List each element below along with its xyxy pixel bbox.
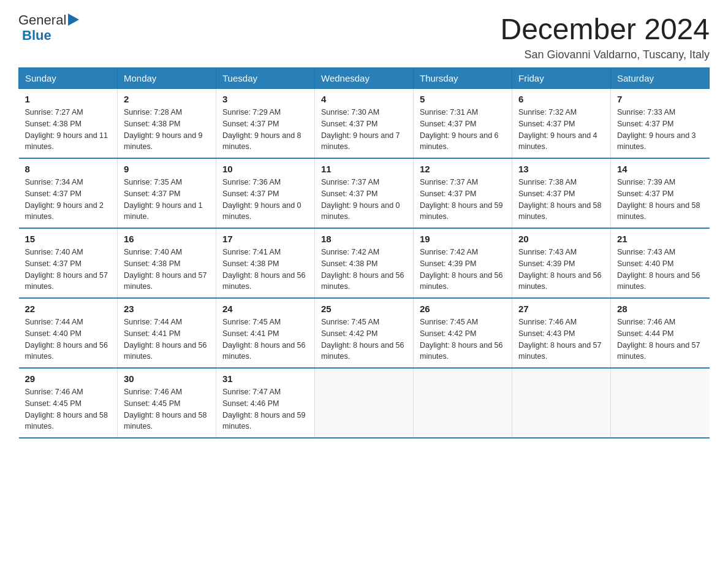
day-number: 2	[124, 94, 210, 104]
day-number: 7	[617, 94, 703, 104]
day-info: Sunrise: 7:46 AM Sunset: 4:43 PM Dayligh…	[518, 316, 604, 362]
calendar-cell: 2 Sunrise: 7:28 AM Sunset: 4:38 PM Dayli…	[118, 89, 216, 159]
calendar-cell: 7 Sunrise: 7:33 AM Sunset: 4:37 PM Dayli…	[611, 89, 710, 159]
calendar-cell	[512, 368, 611, 438]
calendar-cell	[414, 368, 512, 438]
calendar-cell: 31 Sunrise: 7:47 AM Sunset: 4:46 PM Dayl…	[216, 368, 315, 438]
day-info: Sunrise: 7:35 AM Sunset: 4:37 PM Dayligh…	[124, 177, 210, 223]
day-info: Sunrise: 7:34 AM Sunset: 4:37 PM Dayligh…	[25, 177, 112, 223]
day-info: Sunrise: 7:46 AM Sunset: 4:44 PM Dayligh…	[617, 316, 703, 362]
calendar-cell: 18 Sunrise: 7:42 AM Sunset: 4:38 PM Dayl…	[315, 228, 414, 298]
calendar-table: SundayMondayTuesdayWednesdayThursdayFrid…	[18, 67, 710, 439]
calendar-cell: 30 Sunrise: 7:46 AM Sunset: 4:45 PM Dayl…	[118, 368, 216, 438]
day-info: Sunrise: 7:41 AM Sunset: 4:38 PM Dayligh…	[222, 247, 308, 293]
day-info: Sunrise: 7:45 AM Sunset: 4:41 PM Dayligh…	[222, 316, 308, 362]
calendar-week-row: 29 Sunrise: 7:46 AM Sunset: 4:45 PM Dayl…	[19, 368, 710, 438]
logo: General Blue	[18, 12, 79, 43]
calendar-cell: 17 Sunrise: 7:41 AM Sunset: 4:38 PM Dayl…	[216, 228, 315, 298]
logo-general-text: General	[18, 13, 66, 28]
day-info: Sunrise: 7:31 AM Sunset: 4:37 PM Dayligh…	[420, 107, 506, 153]
page-header: General Blue December 2024 San Giovanni …	[18, 12, 710, 61]
logo-blue-text: Blue	[22, 28, 51, 43]
calendar-cell: 23 Sunrise: 7:44 AM Sunset: 4:41 PM Dayl…	[118, 298, 216, 368]
day-info: Sunrise: 7:27 AM Sunset: 4:38 PM Dayligh…	[25, 107, 112, 153]
calendar-cell: 26 Sunrise: 7:45 AM Sunset: 4:42 PM Dayl…	[414, 298, 512, 368]
header-monday: Monday	[118, 68, 216, 89]
month-title: December 2024	[500, 12, 710, 46]
day-number: 25	[321, 304, 407, 314]
calendar-cell: 8 Sunrise: 7:34 AM Sunset: 4:37 PM Dayli…	[19, 158, 118, 228]
day-number: 15	[25, 234, 112, 244]
day-info: Sunrise: 7:46 AM Sunset: 4:45 PM Dayligh…	[124, 386, 210, 432]
day-number: 1	[25, 94, 112, 104]
svg-marker-0	[68, 13, 79, 26]
day-info: Sunrise: 7:47 AM Sunset: 4:46 PM Dayligh…	[222, 386, 308, 432]
day-number: 29	[25, 373, 112, 384]
calendar-week-row: 15 Sunrise: 7:40 AM Sunset: 4:37 PM Dayl…	[19, 228, 710, 298]
day-number: 6	[518, 94, 604, 104]
calendar-cell: 24 Sunrise: 7:45 AM Sunset: 4:41 PM Dayl…	[216, 298, 315, 368]
day-number: 13	[518, 164, 604, 174]
day-number: 10	[222, 164, 308, 174]
calendar-cell: 28 Sunrise: 7:46 AM Sunset: 4:44 PM Dayl…	[611, 298, 710, 368]
calendar-week-row: 1 Sunrise: 7:27 AM Sunset: 4:38 PM Dayli…	[19, 89, 710, 159]
calendar-cell: 14 Sunrise: 7:39 AM Sunset: 4:37 PM Dayl…	[611, 158, 710, 228]
day-info: Sunrise: 7:42 AM Sunset: 4:39 PM Dayligh…	[420, 247, 506, 293]
day-number: 11	[321, 164, 407, 174]
calendar-cell: 5 Sunrise: 7:31 AM Sunset: 4:37 PM Dayli…	[414, 89, 512, 159]
calendar-cell: 11 Sunrise: 7:37 AM Sunset: 4:37 PM Dayl…	[315, 158, 414, 228]
day-info: Sunrise: 7:29 AM Sunset: 4:37 PM Dayligh…	[222, 107, 308, 153]
day-number: 31	[222, 373, 308, 384]
calendar-cell: 13 Sunrise: 7:38 AM Sunset: 4:37 PM Dayl…	[512, 158, 611, 228]
day-info: Sunrise: 7:45 AM Sunset: 4:42 PM Dayligh…	[321, 316, 407, 362]
day-number: 8	[25, 164, 112, 174]
day-number: 21	[617, 234, 703, 244]
day-number: 9	[124, 164, 210, 174]
day-info: Sunrise: 7:28 AM Sunset: 4:38 PM Dayligh…	[124, 107, 210, 153]
day-info: Sunrise: 7:38 AM Sunset: 4:37 PM Dayligh…	[518, 177, 604, 223]
day-number: 26	[420, 304, 506, 314]
day-number: 24	[222, 304, 308, 314]
day-info: Sunrise: 7:40 AM Sunset: 4:37 PM Dayligh…	[25, 247, 112, 293]
calendar-cell: 29 Sunrise: 7:46 AM Sunset: 4:45 PM Dayl…	[19, 368, 118, 438]
day-info: Sunrise: 7:39 AM Sunset: 4:37 PM Dayligh…	[617, 177, 703, 223]
calendar-cell: 12 Sunrise: 7:37 AM Sunset: 4:37 PM Dayl…	[414, 158, 512, 228]
location: San Giovanni Valdarno, Tuscany, Italy	[500, 48, 710, 61]
day-info: Sunrise: 7:43 AM Sunset: 4:40 PM Dayligh…	[617, 247, 703, 293]
calendar-cell: 10 Sunrise: 7:36 AM Sunset: 4:37 PM Dayl…	[216, 158, 315, 228]
logo-triangle-icon	[68, 13, 79, 26]
calendar-cell: 27 Sunrise: 7:46 AM Sunset: 4:43 PM Dayl…	[512, 298, 611, 368]
calendar-cell: 25 Sunrise: 7:45 AM Sunset: 4:42 PM Dayl…	[315, 298, 414, 368]
day-number: 27	[518, 304, 604, 314]
calendar-cell: 16 Sunrise: 7:40 AM Sunset: 4:38 PM Dayl…	[118, 228, 216, 298]
day-info: Sunrise: 7:44 AM Sunset: 4:40 PM Dayligh…	[25, 316, 112, 362]
calendar-cell: 9 Sunrise: 7:35 AM Sunset: 4:37 PM Dayli…	[118, 158, 216, 228]
day-info: Sunrise: 7:43 AM Sunset: 4:39 PM Dayligh…	[518, 247, 604, 293]
day-info: Sunrise: 7:40 AM Sunset: 4:38 PM Dayligh…	[124, 247, 210, 293]
calendar-cell	[611, 368, 710, 438]
day-info: Sunrise: 7:44 AM Sunset: 4:41 PM Dayligh…	[124, 316, 210, 362]
calendar-cell: 22 Sunrise: 7:44 AM Sunset: 4:40 PM Dayl…	[19, 298, 118, 368]
header-tuesday: Tuesday	[216, 68, 315, 89]
day-info: Sunrise: 7:37 AM Sunset: 4:37 PM Dayligh…	[420, 177, 506, 223]
day-info: Sunrise: 7:37 AM Sunset: 4:37 PM Dayligh…	[321, 177, 407, 223]
day-number: 18	[321, 234, 407, 244]
calendar-header-row: SundayMondayTuesdayWednesdayThursdayFrid…	[19, 68, 710, 89]
day-number: 22	[25, 304, 112, 314]
calendar-cell: 20 Sunrise: 7:43 AM Sunset: 4:39 PM Dayl…	[512, 228, 611, 298]
calendar-cell	[315, 368, 414, 438]
day-info: Sunrise: 7:46 AM Sunset: 4:45 PM Dayligh…	[25, 386, 112, 432]
day-number: 23	[124, 304, 210, 314]
day-info: Sunrise: 7:30 AM Sunset: 4:37 PM Dayligh…	[321, 107, 407, 153]
calendar-cell: 6 Sunrise: 7:32 AM Sunset: 4:37 PM Dayli…	[512, 89, 611, 159]
day-info: Sunrise: 7:42 AM Sunset: 4:38 PM Dayligh…	[321, 247, 407, 293]
day-number: 17	[222, 234, 308, 244]
day-number: 19	[420, 234, 506, 244]
day-number: 4	[321, 94, 407, 104]
header-wednesday: Wednesday	[315, 68, 414, 89]
day-number: 5	[420, 94, 506, 104]
title-section: December 2024 San Giovanni Valdarno, Tus…	[500, 12, 710, 61]
calendar-week-row: 22 Sunrise: 7:44 AM Sunset: 4:40 PM Dayl…	[19, 298, 710, 368]
day-number: 16	[124, 234, 210, 244]
day-info: Sunrise: 7:45 AM Sunset: 4:42 PM Dayligh…	[420, 316, 506, 362]
